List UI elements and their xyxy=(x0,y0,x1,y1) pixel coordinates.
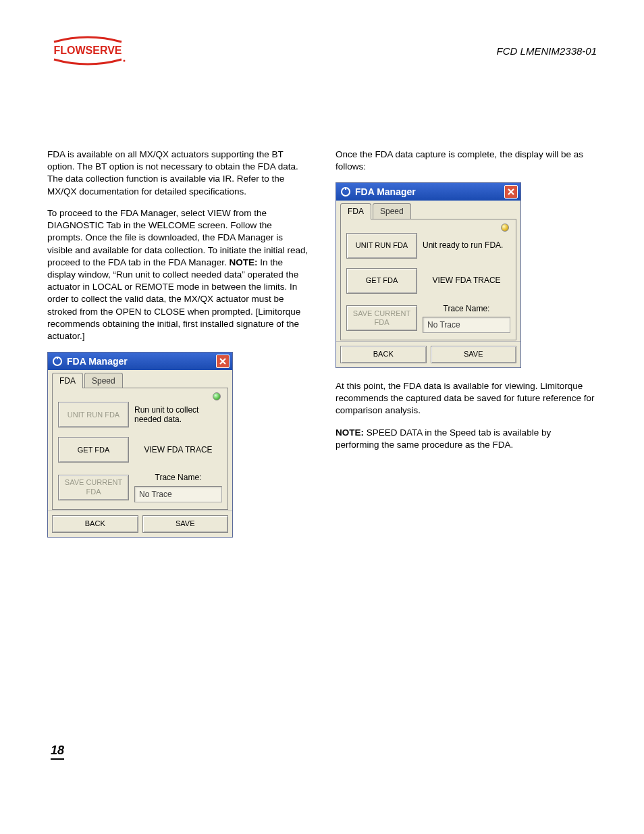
status-led-icon xyxy=(501,224,509,232)
tab-fda[interactable]: FDA xyxy=(340,203,371,219)
paragraph: At this point, the FDA data is available… xyxy=(336,380,597,417)
page-number: 18 xyxy=(51,744,64,760)
paragraph: Once the FDA data capture is complete, t… xyxy=(336,149,597,173)
tab-strip: FDA Speed xyxy=(336,201,520,219)
view-fda-trace-label: VIEW FDA TRACE xyxy=(134,445,222,454)
status-message: Unit ready to run FDA. xyxy=(423,240,510,250)
trace-name-label: Trace Name: xyxy=(134,472,222,483)
window-title: FDA Manager xyxy=(355,186,416,199)
unit-run-fda-button: UNIT RUN FDA xyxy=(58,402,129,427)
paragraph: NOTE: SPEED DATA in the Speed tab is ava… xyxy=(336,427,597,451)
titlebar: FDA Manager xyxy=(48,353,232,370)
trace-name-field[interactable]: No Trace xyxy=(134,486,222,502)
titlebar: FDA Manager xyxy=(336,183,520,201)
unit-run-fda-button[interactable]: UNIT RUN FDA xyxy=(346,233,417,259)
paragraph: FDA is available on all MX/QX actuators … xyxy=(47,149,308,198)
tab-fda[interactable]: FDA xyxy=(52,373,83,388)
close-button[interactable] xyxy=(216,355,230,368)
save-button[interactable]: SAVE xyxy=(142,515,229,533)
save-button[interactable]: SAVE xyxy=(431,346,517,363)
flowserve-logo: FLOWSERVE xyxy=(47,34,128,68)
tab-strip: FDA Speed xyxy=(48,370,232,388)
app-icon xyxy=(340,186,351,197)
back-button[interactable]: BACK xyxy=(52,515,138,533)
fda-manager-window-before: FDA Manager FDA Speed UNIT RUN FDA Run u… xyxy=(47,352,233,538)
window-title: FDA Manager xyxy=(67,355,128,368)
get-fda-button[interactable]: GET FDA xyxy=(58,437,129,463)
svg-text:FLOWSERVE: FLOWSERVE xyxy=(53,45,122,56)
document-id: FCD LMENIM2338-01 xyxy=(497,45,597,57)
fda-manager-window-after: FDA Manager FDA Speed UNIT RUN FDA Unit … xyxy=(336,182,521,368)
tab-speed[interactable]: Speed xyxy=(373,203,411,219)
back-button[interactable]: BACK xyxy=(340,346,427,363)
trace-name-field[interactable]: No Trace xyxy=(423,317,510,333)
app-icon xyxy=(52,356,63,367)
view-fda-trace-label: VIEW FDA TRACE xyxy=(423,276,510,285)
status-message: Run unit to collect needed data. xyxy=(134,405,222,425)
trace-name-label: Trace Name: xyxy=(423,303,510,314)
tab-speed[interactable]: Speed xyxy=(84,373,123,388)
save-current-fda-button: SAVE CURRENT FDA xyxy=(58,475,129,500)
get-fda-button[interactable]: GET FDA xyxy=(346,268,417,294)
svg-point-1 xyxy=(124,60,126,62)
paragraph: To proceed to the FDA Manager, select VI… xyxy=(47,207,308,342)
status-led-icon xyxy=(213,392,221,400)
save-current-fda-button: SAVE CURRENT FDA xyxy=(346,305,417,331)
close-button[interactable] xyxy=(504,185,518,199)
